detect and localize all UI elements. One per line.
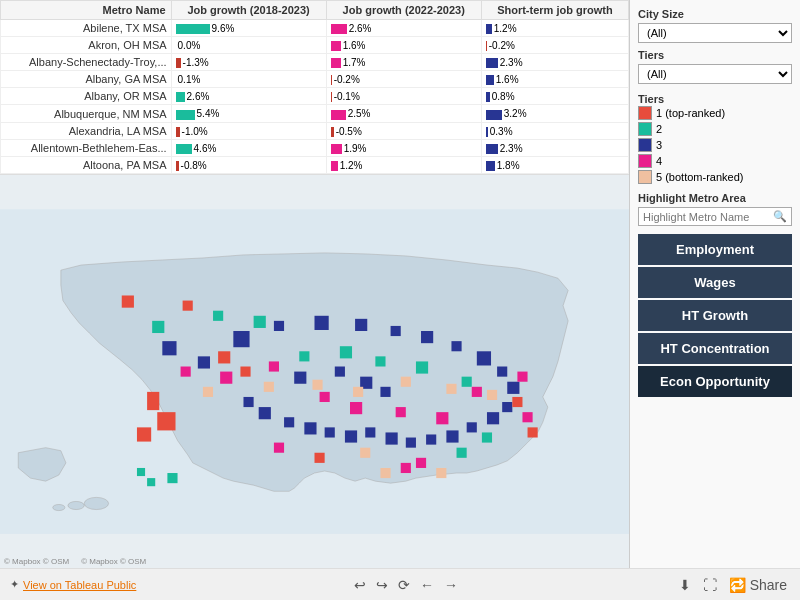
svg-rect-10 [391, 326, 401, 336]
svg-rect-59 [274, 442, 284, 452]
svg-rect-26 [304, 422, 316, 434]
reset-button[interactable]: ⟳ [395, 575, 413, 595]
legend-item-label: 4 [656, 155, 662, 167]
svg-rect-42 [482, 432, 492, 442]
svg-rect-71 [264, 382, 274, 392]
legend-item: 5 (bottom-ranked) [638, 170, 792, 184]
svg-rect-14 [497, 366, 507, 376]
table-row-col1: 0.1% [171, 71, 326, 88]
nav-back-button[interactable]: ← [417, 575, 437, 595]
svg-rect-23 [365, 427, 375, 437]
table-row-col1: 9.6% [171, 20, 326, 37]
svg-rect-11 [421, 331, 433, 343]
bottom-right: ⬇ ⛶ 🔁 Share [676, 575, 790, 595]
svg-rect-40 [416, 361, 428, 373]
nav-button-ht-concentration[interactable]: HT Concentration [638, 333, 792, 364]
nav-button-employment[interactable]: Employment [638, 234, 792, 265]
svg-rect-65 [218, 351, 230, 363]
nav-button-wages[interactable]: Wages [638, 267, 792, 298]
data-table: Metro Name Job growth (2018-2023) Job gr… [0, 0, 629, 175]
table-row-col3: 2.3% [481, 139, 628, 156]
svg-rect-9 [355, 319, 367, 331]
search-box-wrap: 🔍 [638, 207, 792, 226]
table-row: Albany, GA MSA0.1%-0.2%1.6% [1, 71, 629, 88]
tiers-select[interactable]: (All) 1 2 3 4 5 [638, 64, 792, 84]
svg-rect-27 [284, 417, 294, 427]
fullscreen-button[interactable]: ⛶ [700, 575, 720, 595]
search-icon-button[interactable]: 🔍 [769, 208, 791, 225]
svg-point-2 [68, 501, 84, 509]
table-row-col3: 1.2% [481, 20, 628, 37]
svg-rect-36 [254, 316, 266, 328]
svg-rect-75 [446, 384, 456, 394]
col-short-term: Short-term job growth [481, 1, 628, 20]
undo-button[interactable]: ↩ [351, 575, 369, 595]
svg-rect-64 [137, 427, 151, 441]
svg-rect-60 [122, 295, 134, 307]
table-row-col2: 2.5% [326, 105, 481, 122]
svg-point-3 [53, 504, 65, 510]
svg-rect-77 [436, 468, 446, 478]
table-row-col1: -1.0% [171, 122, 326, 139]
table-row: Albany-Schenectady-Troy,...-1.3%1.7%2.3% [1, 54, 629, 71]
svg-rect-28 [259, 407, 271, 419]
svg-rect-6 [233, 331, 249, 347]
svg-rect-74 [401, 376, 411, 386]
city-size-label: City Size [638, 8, 792, 20]
table-row: Albany, OR MSA2.6%-0.1%0.8% [1, 88, 629, 105]
svg-rect-39 [375, 356, 385, 366]
svg-rect-25 [325, 427, 335, 437]
table-row-name: Altoona, PA MSA [1, 156, 172, 173]
table-row: Altoona, PA MSA-0.8%1.2%1.8% [1, 156, 629, 173]
svg-rect-55 [517, 371, 527, 381]
map-credit-right: © Mapbox © OSM [81, 557, 146, 566]
tableau-link[interactable]: View on Tableau Public [23, 579, 136, 591]
svg-rect-24 [345, 430, 357, 442]
table-row-col2: 1.6% [326, 37, 481, 54]
city-size-select[interactable]: (All) Small Medium Large [638, 23, 792, 43]
svg-rect-41 [462, 376, 472, 386]
svg-rect-70 [203, 387, 213, 397]
table-row-name: Akron, OH MSA [1, 37, 172, 54]
svg-rect-68 [528, 427, 538, 437]
svg-rect-48 [220, 371, 232, 383]
table-row-col2: -0.2% [326, 71, 481, 88]
svg-rect-46 [137, 468, 145, 476]
table-row: Alexandria, LA MSA-1.0%-0.5%0.3% [1, 122, 629, 139]
svg-rect-73 [353, 387, 363, 397]
legend-item-label: 1 (top-ranked) [656, 107, 725, 119]
download-button[interactable]: ⬇ [676, 575, 694, 595]
highlight-section: Highlight Metro Area 🔍 [638, 192, 792, 226]
table-row-col3: 1.8% [481, 156, 628, 173]
legend-items: 1 (top-ranked)2345 (bottom-ranked) [638, 106, 792, 184]
svg-rect-49 [269, 361, 279, 371]
tiers-filter-label: Tiers [638, 49, 792, 61]
table-row-col2: -0.1% [326, 88, 481, 105]
table-row: Akron, OH MSA0.0%1.6%-0.2% [1, 37, 629, 54]
table-row: Albuquerque, NM MSA5.4%2.5%3.2% [1, 105, 629, 122]
col-job-growth-2022: Job growth (2022-2023) [326, 1, 481, 20]
share-button[interactable]: 🔁 Share [726, 575, 790, 595]
table-row-name: Albany-Schenectady-Troy,... [1, 54, 172, 71]
table-row-col3: 0.8% [481, 88, 628, 105]
table-row-name: Albuquerque, NM MSA [1, 105, 172, 122]
legend-swatch [638, 138, 652, 152]
nav-button-econ-opportunity[interactable]: Econ Opportunity [638, 366, 792, 397]
nav-button-ht-growth[interactable]: HT Growth [638, 300, 792, 331]
svg-rect-37 [299, 351, 309, 361]
svg-rect-5 [198, 356, 210, 368]
svg-rect-67 [512, 397, 522, 407]
table-row-col1: -1.3% [171, 54, 326, 71]
table-row: Abilene, TX MSA9.6%2.6%1.2% [1, 20, 629, 37]
highlight-input[interactable] [639, 209, 769, 225]
bottom-left: ✦ View on Tableau Public [10, 578, 136, 591]
svg-rect-43 [457, 448, 467, 458]
table-row-col3: 0.3% [481, 122, 628, 139]
svg-rect-58 [401, 463, 411, 473]
nav-fwd-button[interactable]: → [441, 575, 461, 595]
redo-button[interactable]: ↪ [373, 575, 391, 595]
svg-rect-62 [147, 392, 159, 410]
svg-rect-4 [162, 341, 176, 355]
city-size-group: City Size (All) Small Medium Large [638, 8, 792, 43]
highlight-label: Highlight Metro Area [638, 192, 792, 204]
